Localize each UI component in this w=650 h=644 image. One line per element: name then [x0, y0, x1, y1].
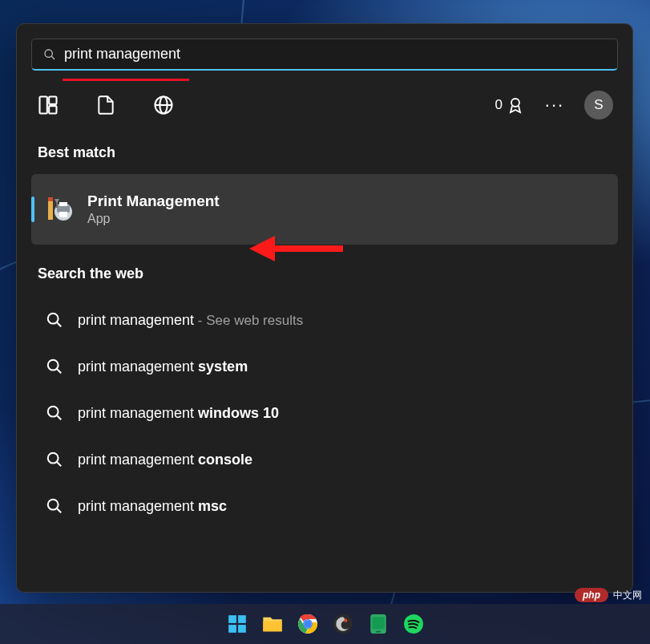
svg-rect-29: [238, 615, 246, 623]
filter-web-icon[interactable]: [151, 93, 176, 117]
svg-line-25: [57, 508, 61, 512]
taskbar: [0, 604, 650, 644]
web-results-list: print management - See web results print…: [31, 297, 618, 529]
search-icon: [43, 48, 56, 61]
web-result[interactable]: print management console: [31, 436, 618, 483]
search-icon: [46, 451, 63, 468]
taskbar-explorer-icon[interactable]: [260, 612, 285, 636]
svg-rect-2: [40, 97, 47, 114]
svg-line-17: [57, 322, 61, 326]
rewards-button[interactable]: 0: [495, 95, 525, 115]
avatar-initial: S: [594, 97, 603, 113]
filter-documents-icon[interactable]: [94, 93, 118, 117]
svg-rect-28: [228, 615, 236, 623]
best-match-title: Print Management: [87, 192, 220, 210]
svg-point-38: [344, 619, 347, 622]
search-icon: [46, 358, 63, 375]
search-box[interactable]: [31, 38, 618, 71]
svg-line-21: [57, 415, 61, 419]
svg-rect-41: [375, 631, 381, 633]
svg-point-0: [45, 50, 52, 57]
taskbar-chrome-icon[interactable]: [296, 612, 320, 636]
taskbar-start-icon[interactable]: [225, 612, 249, 636]
watermark-pill: php: [575, 588, 608, 602]
svg-point-16: [48, 314, 59, 324]
search-input[interactable]: [64, 46, 606, 63]
start-search-panel: 0 ··· S Best match Print Managemen: [16, 23, 633, 593]
svg-point-8: [511, 99, 519, 107]
svg-rect-32: [263, 622, 281, 632]
section-web-label: Search the web: [31, 245, 618, 295]
svg-rect-14: [59, 212, 67, 217]
taskbar-spotify-icon[interactable]: [402, 612, 426, 636]
web-result[interactable]: print management msc: [31, 483, 618, 529]
web-result[interactable]: print management - See web results: [31, 297, 618, 343]
svg-rect-40: [372, 617, 384, 629]
search-icon: [46, 497, 63, 515]
svg-rect-12: [57, 205, 70, 213]
rewards-count: 0: [495, 97, 503, 113]
svg-rect-30: [228, 625, 236, 633]
search-icon: [46, 404, 63, 422]
more-options-icon[interactable]: ···: [543, 93, 567, 117]
watermark: php 中文网: [575, 588, 642, 602]
svg-point-24: [48, 500, 59, 510]
section-best-match-label: Best match: [31, 136, 618, 174]
svg-rect-10: [48, 197, 53, 201]
taskbar-phone-link-icon[interactable]: [366, 612, 390, 636]
filter-apps-icon[interactable]: [36, 93, 60, 117]
svg-rect-13: [59, 202, 67, 206]
taskbar-obs-icon[interactable]: [331, 612, 355, 636]
svg-line-23: [57, 462, 61, 466]
search-icon: [46, 311, 63, 329]
print-management-app-icon: [47, 196, 75, 223]
svg-rect-4: [49, 106, 56, 113]
svg-point-22: [48, 453, 59, 464]
svg-point-18: [48, 360, 59, 371]
svg-line-1: [51, 56, 55, 59]
svg-point-20: [48, 407, 59, 417]
svg-line-19: [57, 369, 61, 373]
best-match-subtitle: App: [87, 212, 220, 226]
best-match-result[interactable]: Print Management App: [31, 174, 618, 245]
user-avatar[interactable]: S: [584, 91, 613, 119]
watermark-text: 中文网: [613, 589, 642, 602]
web-result[interactable]: print management system: [31, 343, 618, 390]
svg-rect-3: [49, 97, 56, 104]
medal-icon: [506, 95, 525, 115]
svg-rect-31: [238, 625, 246, 633]
spellcheck-underline: [63, 79, 189, 81]
svg-rect-15: [56, 203, 58, 208]
svg-point-36: [304, 620, 311, 627]
web-result[interactable]: print management windows 10: [31, 390, 618, 436]
search-filter-row: 0 ··· S: [31, 74, 618, 136]
